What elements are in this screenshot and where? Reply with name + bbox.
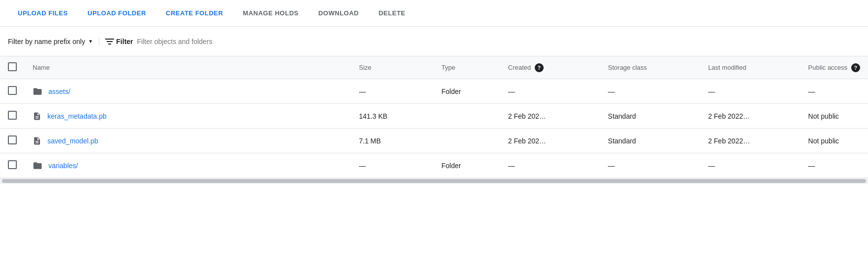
- row-name-cell: assets/: [25, 79, 351, 104]
- row-access-cell: —: [800, 79, 868, 104]
- filter-label-area: Filter: [105, 38, 285, 45]
- toolbar: UPLOAD FILESUPLOAD FOLDERCREATE FOLDERMA…: [0, 0, 868, 27]
- row-checkbox[interactable]: [8, 135, 17, 144]
- table-row: saved_model.pb 7.1 MB2 Feb 202…Standard2…: [0, 129, 868, 153]
- row-access-cell: Not public: [800, 129, 868, 153]
- name-cell-content: variables/: [33, 161, 343, 171]
- col-created: Created ?: [500, 56, 600, 79]
- row-storage-cell: —: [600, 153, 700, 178]
- table-header: Name Size Type Created ? Storage class L…: [0, 56, 868, 79]
- row-access-cell: —: [800, 153, 868, 178]
- folder-icon: [33, 161, 42, 171]
- row-created-cell: —: [500, 79, 600, 104]
- filter-bar: Filter by name prefix only ▼ Filter: [0, 27, 868, 56]
- type-icon: [33, 87, 42, 96]
- row-modified-cell: —: [700, 153, 800, 178]
- table-row: assets/ —Folder————: [0, 79, 868, 104]
- col-storage: Storage class: [600, 56, 700, 79]
- toolbar-btn-manage-holds[interactable]: MANAGE HOLDS: [233, 0, 309, 27]
- file-icon: [33, 136, 41, 145]
- col-access: Public access ?: [800, 56, 868, 79]
- created-help-icon[interactable]: ?: [535, 63, 544, 72]
- table-body: assets/ —Folder———— keras_metadata.pb 14…: [0, 79, 868, 178]
- table-header-row: Name Size Type Created ? Storage class L…: [0, 56, 868, 79]
- table-row: variables/ —Folder————: [0, 153, 868, 178]
- table-row: keras_metadata.pb 141.3 KB2 Feb 202…Stan…: [0, 104, 868, 129]
- col-name: Name: [25, 56, 351, 79]
- row-checkbox-cell: [0, 153, 25, 178]
- row-modified-cell: —: [700, 79, 800, 104]
- row-storage-cell: Standard: [600, 104, 700, 129]
- row-storage-cell: Standard: [600, 129, 700, 153]
- toolbar-btn-create-folder[interactable]: CREATE FOLDER: [156, 0, 233, 27]
- file-icon: [33, 112, 41, 121]
- filter-prefix-dropdown[interactable]: Filter by name prefix only ▼: [8, 38, 99, 45]
- file-name[interactable]: variables/: [48, 162, 78, 170]
- row-modified-cell: 2 Feb 2022…: [700, 104, 800, 129]
- row-created-cell: 2 Feb 202…: [500, 129, 600, 153]
- toolbar-btn-download[interactable]: DOWNLOAD: [309, 0, 369, 27]
- file-name[interactable]: saved_model.pb: [47, 137, 98, 145]
- row-type-cell: Folder: [434, 79, 500, 104]
- row-name-cell: saved_model.pb: [25, 129, 351, 153]
- toolbar-btn-upload-folder[interactable]: UPLOAD FOLDER: [78, 0, 156, 27]
- filter-icon-label: Filter: [105, 38, 133, 45]
- col-type: Type: [434, 56, 500, 79]
- filter-prefix-label: Filter by name prefix only: [8, 38, 85, 45]
- row-size-cell: 141.3 KB: [351, 104, 434, 129]
- row-checkbox[interactable]: [8, 86, 17, 95]
- row-name-cell: keras_metadata.pb: [25, 104, 351, 129]
- toolbar-btn-delete[interactable]: DELETE: [369, 0, 415, 27]
- row-size-cell: —: [351, 79, 434, 104]
- select-all-checkbox[interactable]: [8, 62, 17, 71]
- row-type-cell: [434, 104, 500, 129]
- file-name[interactable]: assets/: [48, 88, 70, 95]
- type-icon: [33, 136, 41, 145]
- scrollbar-thumb: [2, 179, 866, 183]
- row-storage-cell: —: [600, 79, 700, 104]
- row-checkbox-cell: [0, 129, 25, 153]
- name-cell-content: keras_metadata.pb: [33, 112, 343, 121]
- horizontal-scrollbar[interactable]: [0, 178, 868, 184]
- row-access-cell: Not public: [800, 104, 868, 129]
- row-created-cell: —: [500, 153, 600, 178]
- row-checkbox[interactable]: [8, 160, 17, 169]
- col-modified: Last modified: [700, 56, 800, 79]
- file-name[interactable]: keras_metadata.pb: [47, 112, 107, 120]
- folder-icon: [33, 87, 42, 96]
- row-checkbox-cell: [0, 104, 25, 129]
- name-cell-content: assets/: [33, 87, 343, 96]
- row-type-cell: Folder: [434, 153, 500, 178]
- toolbar-btn-upload-files[interactable]: UPLOAD FILES: [8, 0, 78, 27]
- type-icon: [33, 161, 42, 171]
- row-size-cell: —: [351, 153, 434, 178]
- funnel-icon: [105, 38, 114, 45]
- name-cell-content: saved_model.pb: [33, 136, 343, 145]
- file-table: Name Size Type Created ? Storage class L…: [0, 56, 868, 178]
- row-checkbox[interactable]: [8, 111, 17, 120]
- row-size-cell: 7.1 MB: [351, 129, 434, 153]
- chevron-down-icon: ▼: [88, 39, 93, 44]
- row-name-cell: variables/: [25, 153, 351, 178]
- row-created-cell: 2 Feb 202…: [500, 104, 600, 129]
- access-help-icon[interactable]: ?: [851, 63, 860, 72]
- row-type-cell: [434, 129, 500, 153]
- row-checkbox-cell: [0, 79, 25, 104]
- type-icon: [33, 112, 41, 121]
- col-size: Size: [351, 56, 434, 79]
- filter-label: Filter: [116, 38, 133, 45]
- select-all-header: [0, 56, 25, 79]
- row-modified-cell: 2 Feb 2022…: [700, 129, 800, 153]
- filter-input[interactable]: [137, 38, 285, 45]
